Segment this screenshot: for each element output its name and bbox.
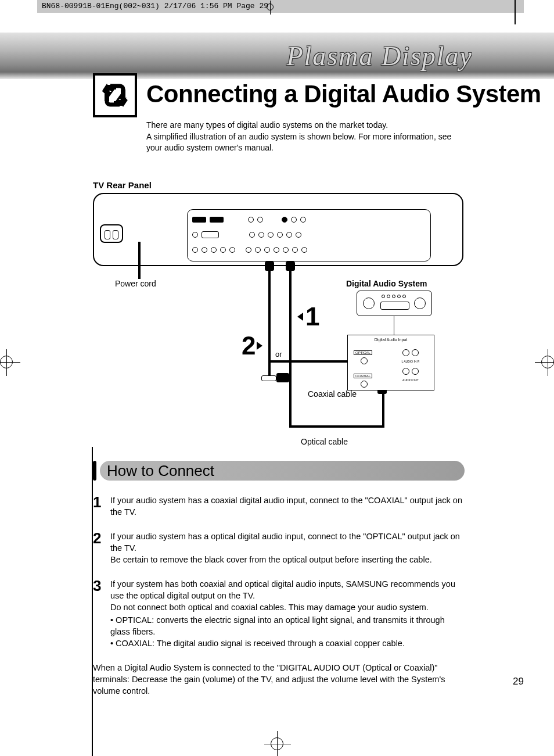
band-title: Plasma Display [286, 41, 473, 71]
section-title: How to Connect [107, 462, 214, 480]
how-to-connect-section: How to Connect 1 If your audio system ha… [93, 461, 465, 697]
digital-audio-system-label: Digital Audio System [346, 279, 427, 288]
step-1: 1 If your audio system has a coaxial dig… [93, 495, 465, 518]
step-text: If your system has both coaxial and opti… [110, 578, 465, 601]
connection-icon [93, 73, 137, 117]
step-bullet: • OPTICAL: converts the electric signal … [110, 614, 465, 637]
step-bullet: • COAXIAL: The digital audio signal is r… [110, 637, 465, 649]
diagram-step-1: 1 [305, 302, 319, 331]
tv-panel-outline [93, 193, 463, 266]
step-text-extra: Do not connect both optical and coaxial … [110, 601, 465, 613]
coax-connector-icon [265, 261, 274, 271]
step-text-extra: Be certain to remove the black cover fro… [110, 554, 465, 565]
crop-line [515, 0, 516, 24]
doc-header-strip: BN68-00991B-01Eng(002~031) 2/17/06 1:56 … [37, 0, 524, 13]
tv-rear-panel-label: TV Rear Panel [93, 180, 152, 190]
crop-mark-icon [541, 356, 554, 368]
audio-system-front-icon [357, 291, 432, 316]
intro-line-1: There are many types of digital audio sy… [146, 120, 388, 130]
page-title: Connecting a Digital Audio System [146, 80, 541, 108]
footer-note: When a Digital Audio System is connected… [93, 662, 465, 697]
step-2: 2 If your audio system has a optical dig… [93, 531, 465, 565]
crop-mark-icon [0, 356, 13, 368]
power-cord-line [138, 242, 141, 279]
svg-rect-2 [105, 89, 109, 101]
or-label: or [275, 350, 282, 359]
input-panel-title: Digital Audio Input [348, 338, 434, 342]
audio-system-rear-icon: Digital Audio Input OPTICAL COAXIAL L AU… [347, 335, 434, 390]
step-number: 1 [93, 495, 103, 518]
power-cord-label: Power cord [115, 279, 156, 288]
step-3: 3 If your system has both coaxial and op… [93, 578, 465, 649]
step-text: If your audio system has a optical digit… [110, 531, 465, 554]
section-header: How to Connect [93, 461, 465, 481]
optical-connector-icon [286, 261, 295, 271]
optical-cable-label: Optical cable [301, 437, 348, 446]
arrow-left-icon [297, 313, 303, 321]
coaxial-cable-label: Coaxial cable [308, 389, 357, 399]
svg-rect-3 [121, 89, 125, 101]
power-socket-icon [100, 224, 123, 243]
page-number: 29 [513, 676, 524, 687]
step-text: If your audio system has a coaxial digit… [110, 495, 465, 518]
crop-mark-icon [267, 3, 274, 10]
diagram-step-2: 2 [242, 331, 256, 360]
connection-diagram: Power cord 1 2 or Coaxial cable Optical … [93, 193, 465, 449]
step-number: 3 [93, 578, 103, 649]
intro-line-2: A simplified illustration of an audio sy… [146, 132, 451, 153]
arrow-right-icon [257, 342, 262, 350]
tv-panel-ports [187, 209, 431, 261]
crop-mark-icon [271, 737, 283, 750]
section-rule [92, 447, 93, 756]
intro-text: There are many types of digital audio sy… [146, 120, 466, 154]
step-number: 2 [93, 531, 103, 565]
doc-header-text: BN68-00991B-01Eng(002~031) 2/17/06 1:56 … [42, 2, 268, 10]
